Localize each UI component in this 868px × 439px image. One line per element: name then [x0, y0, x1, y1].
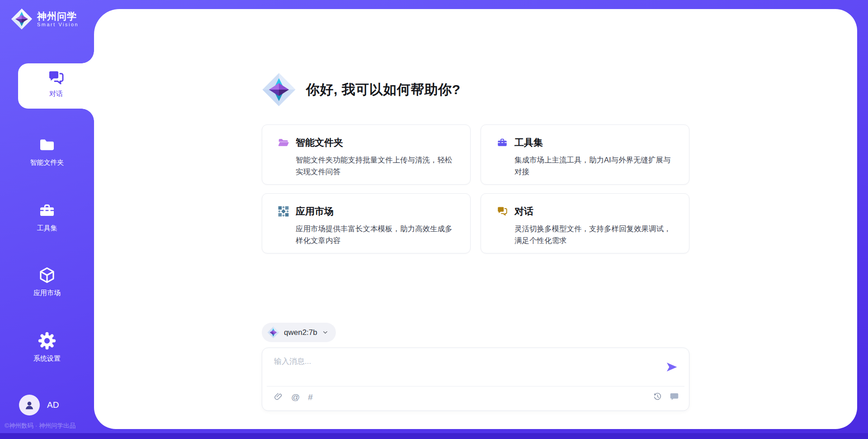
feedback-button[interactable]: [669, 392, 679, 402]
sidebar-item-chat[interactable]: 对话: [18, 63, 94, 109]
send-button[interactable]: [665, 361, 678, 373]
user-initials: AD: [47, 400, 59, 410]
card-description: 集成市场上主流工具，助力AI与外界无缝扩展与对接: [514, 154, 675, 178]
send-icon: [665, 361, 678, 373]
sidebar-item-label: 系统设置: [0, 354, 94, 363]
card-smart-folder[interactable]: 智能文件夹 智能文件夹功能支持批量文件上传与清洗，轻松实现文件问答: [262, 124, 471, 185]
cube-icon: [38, 266, 56, 284]
toolbox-icon: [496, 137, 508, 148]
brand-subtitle: Smart Vision: [37, 22, 79, 27]
history-button[interactable]: [652, 392, 662, 402]
person-icon: [24, 399, 35, 411]
sidebar-item-label: 对话: [18, 90, 94, 98]
card-toolset[interactable]: 工具集 集成市场上主流工具，助力AI与外界无缝扩展与对接: [481, 124, 689, 185]
model-logo-icon: [267, 326, 279, 339]
mention-button[interactable]: @: [291, 392, 300, 402]
sidebar-item-label: 工具集: [0, 224, 94, 233]
card-description: 应用市场提供丰富长文本模板，助力高效生成多样化文章内容: [296, 223, 457, 247]
grid-icon: [278, 205, 289, 217]
chat-bubble-icon: [670, 392, 679, 401]
avatar: [19, 395, 40, 415]
history-icon: [653, 392, 662, 401]
brand-logo-icon: [11, 8, 33, 30]
card-chat[interactable]: 对话 灵活切换多模型文件，支持多样回复效果调试，满足个性化需求: [481, 193, 689, 253]
greeting-title: 你好, 我可以如何帮助你?: [306, 81, 461, 99]
toolbox-icon: [38, 201, 56, 220]
folder-open-icon: [278, 137, 289, 148]
chat-icon: [496, 205, 508, 217]
chat-icon: [47, 69, 65, 87]
folder-icon: [38, 136, 56, 154]
card-title: 应用市场: [296, 205, 334, 218]
sidebar-item-label: 智能文件夹: [0, 158, 94, 167]
card-description: 灵活切换多模型文件，支持多样回复效果调试，满足个性化需求: [514, 223, 675, 247]
copyright-text: ©神州数码 · 神州问学出品: [5, 422, 95, 430]
sidebar-item-settings[interactable]: 系统设置: [0, 332, 94, 363]
composer-area: qwen2:7b @ #: [262, 323, 689, 411]
sidebar-item-smart-folder[interactable]: 智能文件夹: [0, 136, 94, 167]
card-title: 对话: [514, 205, 533, 218]
greeting: 你好, 我可以如何帮助你?: [262, 72, 689, 107]
model-name: qwen2:7b: [284, 328, 317, 337]
brand: 神州问学 Smart Vision: [11, 8, 79, 30]
topic-button[interactable]: #: [308, 392, 313, 402]
card-title: 工具集: [514, 136, 543, 149]
tab-curve-top: [81, 51, 94, 63]
chevron-down-icon: [322, 329, 329, 336]
sidebar-item-app-market[interactable]: 应用市场: [0, 266, 94, 297]
sidebar-item-label: 应用市场: [0, 289, 94, 297]
tab-curve-bottom: [81, 109, 94, 121]
message-composer: @ #: [262, 348, 689, 411]
user-profile[interactable]: AD: [19, 395, 59, 415]
shortcut-cards: 智能文件夹 智能文件夹功能支持批量文件上传与清洗，轻松实现文件问答 工具集 集成…: [262, 124, 689, 253]
attach-file-button[interactable]: [273, 392, 283, 402]
card-app-market[interactable]: 应用市场 应用市场提供丰富长文本模板，助力高效生成多样化文章内容: [262, 193, 471, 253]
paperclip-icon: [274, 392, 283, 401]
bottom-edge-bar: [0, 433, 868, 439]
card-description: 智能文件夹功能支持批量文件上传与清洗，轻松实现文件问答: [296, 154, 457, 178]
main-panel: 你好, 我可以如何帮助你? 智能文件夹 智能文件夹功能支持批量文件上传与清洗，轻…: [94, 9, 857, 429]
card-title: 智能文件夹: [296, 136, 343, 149]
gear-icon: [38, 332, 56, 350]
brand-name: 神州问学: [37, 11, 79, 22]
assistant-logo-icon: [262, 72, 296, 107]
model-selector[interactable]: qwen2:7b: [262, 323, 336, 342]
sidebar-item-toolset[interactable]: 工具集: [0, 201, 94, 233]
message-input[interactable]: [274, 356, 645, 382]
composer-divider: [267, 386, 684, 387]
